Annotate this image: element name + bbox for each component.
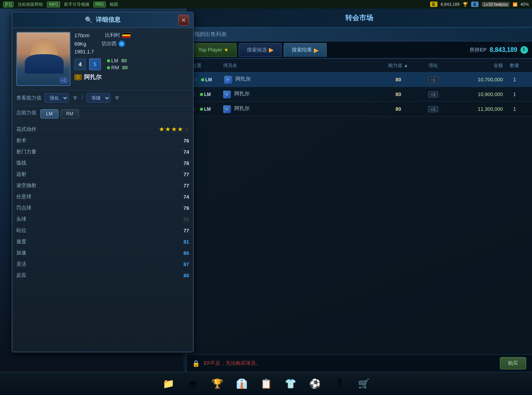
tab-search-result[interactable]: 搜索结果 ▶ — [284, 43, 327, 57]
nation-label: 比利时 — [105, 32, 120, 39]
skill-name-5: 凌空抽射 — [16, 182, 184, 189]
pro-key[interactable]: PRO — [93, 2, 106, 7]
pos-lm-text: LM — [111, 58, 118, 64]
ep-coin-icon: E — [520, 46, 528, 54]
row1-pos: ☆ LM — [193, 77, 224, 82]
ability-row-5: 凌空抽射 77 — [16, 180, 189, 191]
ep-amount-top: 8,843,189 — [441, 2, 460, 7]
tab-search-result-label: 搜索结果 — [292, 46, 312, 53]
f1-help-text: 当前画面帮助 — [17, 2, 43, 7]
controls-row: 查看能力值 强化 ▼ / 等级 ▼ — [12, 90, 193, 106]
transfer-panel: 转会市场 ⬆ 我的出售列表 Top Player ★ 搜索候选 ▶ 搜索结果 ▶… — [186, 9, 532, 395]
folder-icon: 📁 — [163, 379, 174, 388]
row3-qty: 1 — [503, 106, 526, 112]
pos-tag-lm: LM 80 — [107, 58, 128, 64]
skill-val-7: 79 — [184, 205, 189, 211]
row2-enhance: +1 — [418, 91, 449, 97]
view-ability-label: 查看能力值 — [16, 94, 41, 101]
row1-pos-badge: LM — [201, 77, 212, 82]
ability-tabs: 总能力值 LM RM — [12, 106, 193, 122]
skill-name-6: 任意球 — [16, 193, 184, 200]
screenshot-text: 截图 — [110, 2, 118, 7]
club-icon: ⚽ — [309, 379, 321, 388]
f1-key[interactable]: [F1] — [3, 2, 14, 7]
star4: ★ — [177, 125, 183, 133]
ranking-icon: 🏆 — [212, 379, 223, 388]
row2-name: U 阿扎尔 — [223, 90, 379, 98]
pos-tags: LM 80 RM 80 — [107, 58, 128, 70]
taskbar: 📁 🏟 🏆 👔 📋 👕 ⚽ 🎖 🛒 — [0, 372, 532, 395]
skill-name-12: 灵活 — [16, 261, 184, 268]
ep-badge-blue: E — [471, 2, 479, 7]
taskbar-folder[interactable]: 📁 — [159, 374, 178, 393]
skill-name-11: 加速 — [16, 249, 184, 256]
tab-lm[interactable]: LM — [40, 109, 59, 118]
stadium-icon: 🏟 — [188, 379, 198, 388]
table-row[interactable]: ☆ LM U 阿扎尔 80 +1 10,700,000 1 — [186, 72, 532, 87]
skill-val-11: 86 — [184, 250, 189, 256]
skill-val-8: 56 — [184, 216, 189, 222]
ability-row-13: 反应 80 — [16, 270, 189, 281]
col-header-name: 球员名 — [223, 62, 379, 69]
col-header-enhance: 强化 — [418, 62, 449, 69]
ep-insufficient-msg: EP不足，无法购买球员。 — [204, 360, 261, 367]
my-sales-bar[interactable]: 我的出售列表 — [186, 28, 532, 41]
taskbar-tie[interactable]: 👔 — [232, 374, 251, 393]
top-bar: [F1] 当前画面帮助 INFO 新手引导视频 PRO 截图 E 8,843,1… — [0, 0, 532, 9]
ep-amount-display: 8,843,189 — [490, 46, 517, 53]
tab-top-player-label: Top Player — [198, 47, 222, 53]
row1-enhance-badge: +1 — [428, 77, 439, 83]
skill-val-10: 81 — [184, 239, 189, 245]
rating-box-left: 4 — [74, 58, 86, 70]
buy-button-wrapper: 购买 — [500, 357, 526, 369]
ep-display: 所持EP 8,843,189 E — [470, 46, 528, 54]
table-row[interactable]: ☆ LM U 阿扎尔 80 +1 10,900,000 1 — [186, 87, 532, 102]
top-bar-left: [F1] 当前画面帮助 INFO 新手引导视频 PRO 截图 — [3, 2, 118, 7]
ep-label: 所持EP — [470, 46, 486, 53]
tab-rm[interactable]: RM — [60, 109, 79, 118]
row3-player-icon: U — [223, 105, 231, 113]
tab-top-player-star: ★ — [224, 47, 229, 53]
skill-name-3: 弧线 — [16, 160, 184, 167]
tab-search-candidate-label: 搜索候选 — [247, 46, 267, 53]
pos-dot-green — [201, 78, 204, 81]
player-info-section: +1 170cm 比利时 69Kg 切尔西 C 1991.1.7 4 5 — [12, 28, 193, 90]
separator: / — [82, 94, 83, 101]
enhance-select[interactable]: 强化 — [45, 93, 69, 103]
taskbar-ranking[interactable]: 🏆 — [208, 374, 227, 393]
skill-name-0: 花式动作 — [16, 126, 159, 133]
row2-pos-badge: LM — [200, 92, 211, 97]
buy-button[interactable]: 购买 — [500, 357, 526, 369]
close-button[interactable]: ✕ — [178, 15, 189, 26]
tab-bar: Top Player ★ 搜索候选 ▶ 搜索结果 ▶ 所持EP 8,843,18… — [186, 41, 532, 59]
info-key[interactable]: INFO — [47, 2, 60, 7]
taskbar-cart[interactable]: 🛒 — [355, 374, 373, 393]
row1-name: U 阿扎尔 — [224, 76, 379, 84]
stars-row: ★ ★ ★ ★ ★ — [159, 125, 189, 133]
row1-fav-star[interactable]: ☆ — [193, 77, 198, 82]
cart-icon: 🛒 — [358, 379, 370, 388]
row1-qty: 1 — [503, 77, 526, 82]
skill-val-4: 77 — [184, 172, 189, 177]
rating-row: 4 5 LM 80 RM 80 — [74, 58, 189, 70]
tab-top-player[interactable]: Top Player ★ — [190, 43, 237, 57]
taskbar-stadium[interactable]: 🏟 — [184, 374, 202, 393]
jersey-icon: 👕 — [285, 379, 296, 388]
taskbar-club[interactable]: ⚽ — [306, 374, 324, 393]
row2-pos: ☆ LM — [192, 91, 223, 97]
ability-row-6: 任意球 74 — [16, 191, 189, 203]
total-ability-label: 总能力值 — [16, 109, 36, 118]
star3: ★ — [171, 125, 177, 133]
detail-title-bar: 🔍 详细信息 ✕ — [12, 12, 193, 28]
skill-name-13: 反应 — [16, 272, 184, 279]
taskbar-jersey[interactable]: 👕 — [281, 374, 300, 393]
row3-pos: ☆ LM — [192, 106, 223, 112]
taskbar-book[interactable]: 📋 — [257, 374, 275, 393]
row3-enhance: +1 — [418, 106, 449, 112]
table-row[interactable]: ☆ LM U 阿扎尔 80 +1 11,300,000 1 — [186, 102, 532, 117]
taskbar-badge[interactable]: 🎖 — [330, 374, 349, 393]
grade-select[interactable]: 等级 — [86, 93, 110, 103]
row3-ability: 80 — [379, 106, 418, 112]
tab-search-candidate[interactable]: 搜索候选 ▶ — [239, 43, 282, 57]
col-header-qty: 数量 — [503, 62, 526, 69]
